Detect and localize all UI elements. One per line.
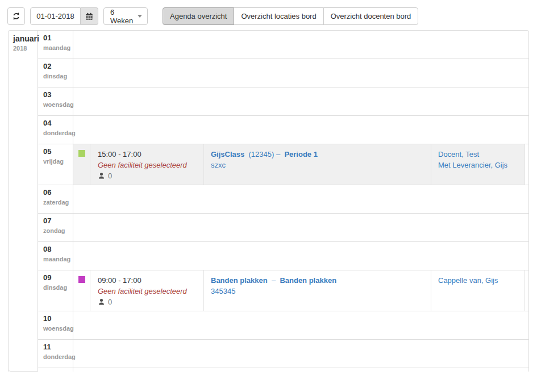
month-name: januari	[13, 34, 35, 43]
day-row: 01 maandag	[38, 31, 528, 59]
day-number: 04	[43, 119, 70, 127]
days-column: 01 maandag 02 dinsdag 03 woensdag 04 don…	[38, 31, 528, 372]
event-time: 15:00 - 17:00	[98, 149, 198, 160]
refresh-icon	[12, 12, 20, 20]
event-attendees: 0	[98, 170, 198, 181]
event-attendee-count: 0	[108, 170, 112, 181]
day-number: 11	[43, 343, 70, 351]
day-row: 04 donderdag	[38, 116, 528, 144]
event-title-link[interactable]: Banden plakken – Banden plakken	[211, 275, 425, 286]
day-cell: 05 vrijdag	[38, 144, 73, 185]
event-time-cell: 15:00 - 17:00 Geen faciliteit geselectee…	[90, 144, 204, 185]
day-name: donderdag	[43, 353, 70, 360]
day-events-area[interactable]	[73, 311, 528, 339]
calendar-button[interactable]	[81, 7, 98, 25]
event-staff-name[interactable]: Docent, Test	[438, 149, 519, 160]
day-events-area[interactable]	[73, 31, 528, 59]
event-main-cell: GijsClass (12345) – Periode 1 szxc	[204, 144, 431, 185]
day-row: 05 vrijdag 15:00 - 17:00 Geen faciliteit…	[38, 144, 528, 185]
day-number: 08	[43, 245, 70, 253]
day-number: 07	[43, 216, 70, 225]
event-row[interactable]: 15:00 - 17:00 Geen faciliteit geselectee…	[73, 144, 525, 185]
day-number: 01	[43, 34, 70, 42]
day-name: vrijdag	[43, 158, 70, 165]
day-number: 12	[43, 371, 70, 372]
event-row[interactable]: 09:00 - 17:00 Geen faciliteit geselectee…	[73, 270, 525, 311]
day-events-area[interactable]	[73, 116, 528, 144]
day-number: 06	[43, 188, 70, 197]
tab-overzicht-locaties-bord[interactable]: Overzicht locaties bord	[234, 7, 323, 25]
day-cell: 06 zaterdag	[38, 185, 73, 213]
tab-overzicht-docenten-bord[interactable]: Overzicht docenten bord	[323, 7, 419, 25]
toolbar: 6 Weken Agenda overzicht Overzicht locat…	[0, 0, 537, 27]
day-row: 09 dinsdag 09:00 - 17:00 Geen faciliteit…	[38, 270, 528, 311]
day-name: donderdag	[43, 130, 70, 136]
day-cell: 04 donderdag	[38, 116, 73, 144]
day-number: 09	[43, 273, 70, 282]
day-events-area[interactable]	[73, 185, 528, 213]
event-time-cell: 09:00 - 17:00 Geen faciliteit geselectee…	[90, 270, 204, 311]
day-cell: 03 woensdag	[38, 87, 73, 115]
day-row: 10 woensdag	[38, 311, 528, 340]
event-subtitle: szxc	[211, 160, 425, 170]
event-staff-name[interactable]: Cappelle van, Gijs	[438, 275, 519, 286]
day-row: 07 zondag	[38, 214, 528, 242]
day-events-area[interactable]	[73, 242, 528, 270]
event-facility-warning: Geen faciliteit geselecteerd	[98, 160, 198, 170]
day-name: maandag	[43, 44, 70, 51]
event-attendee-count: 0	[108, 297, 112, 307]
chevron-down-icon	[138, 15, 142, 18]
day-name: woensdag	[43, 101, 70, 108]
day-cell: 12	[38, 368, 73, 372]
weeks-select-value: 6 Weken	[110, 8, 134, 25]
event-attendees: 0	[98, 297, 198, 307]
event-facility-warning: Geen faciliteit geselecteerd	[98, 286, 198, 297]
day-events-area[interactable]	[73, 214, 528, 241]
day-events-area[interactable]: 09:00 - 17:00 Geen faciliteit geselectee…	[73, 270, 528, 311]
date-picker-group	[30, 7, 98, 25]
day-cell: 11 donderdag	[38, 340, 73, 368]
tab-agenda-overzicht[interactable]: Agenda overzicht	[163, 7, 234, 25]
day-number: 10	[43, 314, 70, 323]
event-staff-cell: Cappelle van, Gijs	[431, 270, 525, 311]
event-color-cell	[73, 270, 90, 311]
event-main-cell: Banden plakken – Banden plakken 345345	[204, 270, 431, 311]
day-events-area[interactable]	[73, 340, 528, 368]
month-year: 2018	[13, 45, 35, 52]
day-row: 11 donderdag	[38, 340, 528, 368]
event-staff-name[interactable]: Met Leverancier, Gijs	[438, 160, 519, 170]
day-events-area[interactable]: 15:00 - 17:00 Geen faciliteit geselectee…	[73, 144, 528, 185]
day-events-area[interactable]	[73, 87, 528, 115]
day-row: 02 dinsdag	[38, 59, 528, 87]
day-cell: 10 woensdag	[38, 311, 73, 339]
person-icon	[98, 172, 108, 180]
day-name: zondag	[43, 227, 70, 234]
day-row: 08 maandag	[38, 242, 528, 270]
day-cell: 02 dinsdag	[38, 59, 73, 87]
day-cell: 07 zondag	[38, 214, 73, 241]
day-cell: 08 maandag	[38, 242, 73, 270]
day-number: 02	[43, 62, 70, 70]
month-cell: januari 2018	[9, 31, 38, 372]
event-title-link[interactable]: GijsClass (12345) – Periode 1	[211, 149, 425, 160]
date-input[interactable]	[30, 7, 81, 25]
weeks-select[interactable]: 6 Weken	[103, 7, 148, 25]
event-subtitle: 345345	[211, 286, 425, 297]
day-cell: 01 maandag	[38, 31, 73, 59]
calendar-panel: januari 2018 01 maandag 02 dinsdag 03 wo…	[8, 30, 529, 372]
day-name: zaterdag	[43, 199, 70, 206]
person-icon	[98, 298, 108, 306]
event-color-square	[78, 276, 85, 283]
day-events-area[interactable]	[73, 59, 528, 87]
refresh-button[interactable]	[7, 7, 25, 25]
day-cell: 09 dinsdag	[38, 270, 73, 311]
calendar-icon	[85, 12, 93, 20]
day-row: 06 zaterdag	[38, 185, 528, 214]
event-time: 09:00 - 17:00	[98, 275, 198, 286]
day-events-area[interactable]	[73, 368, 528, 372]
day-number: 03	[43, 90, 70, 99]
day-name: dinsdag	[43, 284, 70, 291]
day-number: 05	[43, 147, 70, 156]
day-name: dinsdag	[43, 73, 70, 80]
event-color-square	[78, 150, 85, 157]
